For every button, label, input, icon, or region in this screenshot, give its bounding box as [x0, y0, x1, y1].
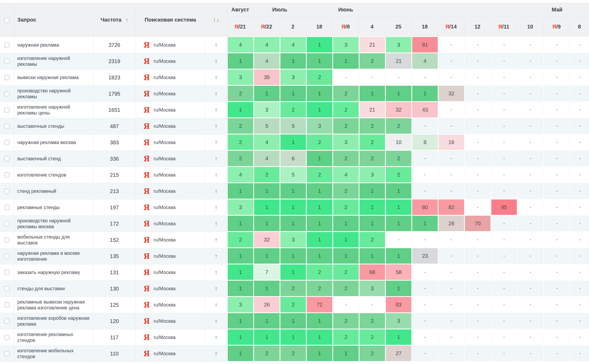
- position-cell: 83: [385, 297, 411, 313]
- keyword-query[interactable]: стенд рекламный: [14, 183, 93, 199]
- row-checkbox[interactable]: [4, 59, 10, 64]
- row-checkbox[interactable]: [4, 172, 10, 178]
- row-checkbox-cell: [0, 264, 14, 281]
- keyword-query[interactable]: изготовление наружной рекламы цены: [14, 102, 93, 118]
- position-cell: -: [411, 167, 438, 183]
- keyword-row: выставочный стенд336Яru/Москва↑2461222--…: [0, 151, 589, 167]
- search-engine-cell: Яru/Москва: [135, 183, 205, 199]
- row-checkbox[interactable]: [4, 270, 10, 275]
- row-checkbox[interactable]: [4, 205, 10, 210]
- engine-region-label: ru/Москва: [154, 42, 175, 48]
- keyword-query[interactable]: изготовление стендов: [14, 167, 93, 183]
- keyword-query[interactable]: изготовление коробов наружная реклама: [14, 313, 93, 329]
- keyword-query[interactable]: рекламные вывески наружная реклама изгот…: [14, 297, 93, 313]
- keyword-row: заказать наружную рекламу131Яru/Москва↑1…: [0, 264, 589, 281]
- keyword-query[interactable]: выставочные стенды: [14, 118, 93, 134]
- keyword-row: изготовление коробов наружная реклама120…: [0, 313, 589, 329]
- row-checkbox-cell: [0, 151, 14, 167]
- keyword-query[interactable]: выставочный стенд: [14, 151, 93, 167]
- position-cell: 1: [280, 216, 306, 232]
- row-checkbox[interactable]: [4, 140, 10, 145]
- date-column-header: Я/22: [253, 17, 280, 37]
- keyword-query[interactable]: наружная реклама москва: [14, 134, 93, 151]
- row-checkbox-cell: [0, 281, 14, 297]
- position-cell: 1: [306, 232, 332, 248]
- position-cell: 1: [306, 151, 332, 167]
- position-cell: -: [438, 248, 464, 264]
- search-engine-cell: Яru/Москва: [135, 151, 205, 167]
- row-checkbox[interactable]: [4, 318, 10, 324]
- keyword-frequency: 336: [93, 151, 135, 167]
- trend-indicator: ↑: [205, 134, 227, 151]
- position-cell: 2: [359, 346, 385, 362]
- keyword-query[interactable]: изготовление наружной рекламы: [14, 53, 93, 69]
- keyword-query[interactable]: вывески наружная реклама: [14, 69, 93, 86]
- column-header-query[interactable]: Запрос: [14, 3, 93, 37]
- row-checkbox-cell: [0, 183, 14, 199]
- position-cell: 1: [332, 232, 359, 248]
- row-checkbox[interactable]: [4, 75, 10, 80]
- trend-indicator: ↑: [205, 37, 227, 53]
- position-cell: 32: [385, 102, 411, 118]
- keyword-query[interactable]: мобильные стенды для выставок: [14, 232, 93, 248]
- row-checkbox[interactable]: [4, 189, 10, 194]
- position-cell: 1: [359, 183, 385, 199]
- row-checkbox-cell: [0, 69, 14, 86]
- keyword-query[interactable]: производство наружной рекламы: [14, 86, 93, 102]
- position-cell: -: [438, 37, 464, 53]
- row-checkbox[interactable]: [4, 237, 10, 243]
- row-checkbox[interactable]: [4, 107, 10, 113]
- row-checkbox[interactable]: [4, 253, 10, 259]
- position-cell: -: [438, 183, 464, 199]
- search-engine-cell: Яru/Москва: [135, 167, 205, 183]
- row-checkbox[interactable]: [4, 42, 10, 48]
- keyword-query[interactable]: наружная реклама в москве изготовление: [14, 248, 93, 264]
- select-all-checkbox[interactable]: [4, 18, 10, 23]
- keyword-query[interactable]: изготовление мобильных стендов: [14, 346, 93, 362]
- position-cell: 1: [385, 86, 411, 102]
- engine-region-label: ru/Москва: [154, 318, 175, 324]
- position-cell: 2: [332, 183, 359, 199]
- engine-region-label: ru/Москва: [154, 335, 175, 340]
- position-cell: 3: [280, 232, 306, 248]
- row-checkbox[interactable]: [4, 91, 10, 96]
- position-cell: 3: [332, 37, 359, 53]
- trend-indicator: ↑: [205, 167, 227, 183]
- position-cell: -: [517, 313, 543, 329]
- row-checkbox[interactable]: [4, 351, 10, 356]
- column-header-engine[interactable]: Поисковая система: [135, 3, 205, 37]
- position-cell: 1: [359, 216, 385, 232]
- column-header-trend[interactable]: ↑↓: [205, 3, 227, 37]
- row-checkbox[interactable]: [4, 335, 10, 340]
- keyword-query[interactable]: рекламные стенды: [14, 199, 93, 216]
- position-cell: 2: [332, 313, 359, 329]
- position-cell: 2: [332, 86, 359, 102]
- position-cell: -: [543, 216, 570, 232]
- position-cell: 2: [385, 167, 411, 183]
- yandex-icon: Я: [144, 41, 150, 49]
- position-cell: 4: [253, 134, 280, 151]
- row-checkbox[interactable]: [4, 156, 10, 161]
- search-engine-cell: Яru/Москва: [135, 248, 205, 264]
- row-checkbox[interactable]: [4, 286, 10, 291]
- keyword-query[interactable]: изготовление рекламных стендов: [14, 329, 93, 346]
- position-cell: -: [543, 102, 570, 118]
- position-cell: 2: [227, 151, 253, 167]
- position-cell: -: [543, 281, 570, 297]
- row-checkbox[interactable]: [4, 124, 10, 129]
- position-cell: -: [570, 167, 589, 183]
- row-checkbox[interactable]: [4, 302, 10, 308]
- position-cell: -: [543, 167, 570, 183]
- column-header-frequency[interactable]: Частота↑: [93, 3, 135, 37]
- keyword-query[interactable]: заказать наружную рекламу: [14, 264, 93, 281]
- keyword-query[interactable]: наружная реклама: [14, 37, 93, 53]
- position-cell: -: [438, 53, 464, 69]
- keyword-row: изготовление наружной рекламы цены1651Яr…: [0, 102, 589, 118]
- row-checkbox[interactable]: [4, 221, 10, 226]
- keyword-query[interactable]: производство наружной рекламы москва: [14, 216, 93, 232]
- position-cell: -: [490, 313, 517, 329]
- position-cell: 35: [253, 69, 280, 86]
- keyword-query[interactable]: стенды для выставки: [14, 281, 93, 297]
- keyword-frequency: 1651: [93, 102, 135, 118]
- engine-region-label: ru/Москва: [154, 253, 175, 259]
